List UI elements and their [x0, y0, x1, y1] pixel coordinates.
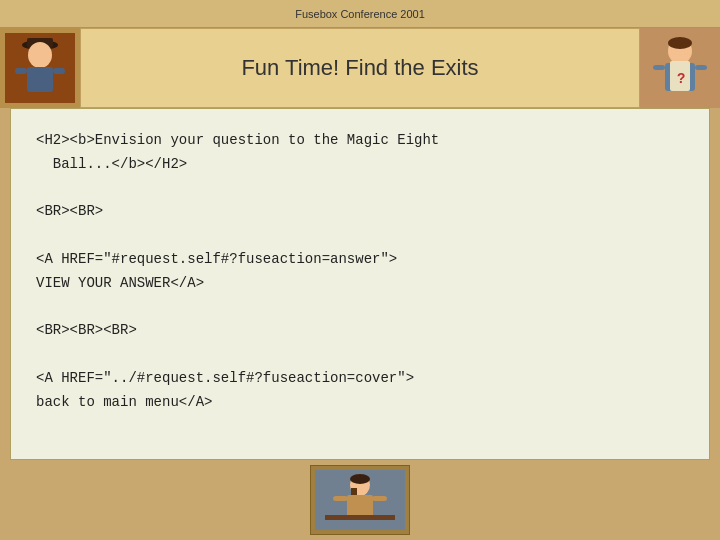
person-with-apron-icon: ?: [645, 33, 715, 103]
bottom-area: [0, 460, 720, 540]
header-banner: Fun Time! Find the Exits: [80, 28, 640, 108]
svg-text:?: ?: [677, 71, 685, 87]
code-line-4: <A HREF="#request.self#?fuseaction=answe…: [36, 248, 684, 272]
main-window: Fusebox Conference 2001 Fun Time! Find t…: [0, 0, 720, 540]
svg-rect-4: [27, 67, 53, 92]
person-sitting-icon: [315, 470, 405, 530]
top-bar-text: Fusebox Conference 2001: [295, 8, 425, 20]
svg-rect-20: [333, 496, 348, 501]
right-figure: ?: [640, 28, 720, 108]
top-bar: Fusebox Conference 2001: [0, 0, 720, 28]
svg-rect-21: [372, 496, 387, 501]
blank-line-4: [36, 343, 684, 367]
person-with-hat-icon: [5, 33, 75, 103]
main-content-area: <H2><b>Envision your question to the Mag…: [10, 108, 710, 460]
code-line-8: back to main menu</A>: [36, 391, 684, 415]
svg-rect-22: [325, 515, 395, 520]
svg-rect-14: [695, 65, 707, 70]
code-line-1: <H2><b>Envision your question to the Mag…: [36, 129, 684, 153]
code-line-7: <A HREF="../#request.self#?fuseaction=co…: [36, 367, 684, 391]
code-line-5: VIEW YOUR ANSWER</A>: [36, 272, 684, 296]
svg-rect-5: [15, 68, 27, 74]
code-line-6: <BR><BR><BR>: [36, 319, 684, 343]
svg-rect-19: [347, 495, 373, 517]
svg-rect-6: [53, 68, 65, 74]
left-figure: [0, 28, 80, 108]
svg-rect-18: [351, 488, 357, 496]
svg-rect-13: [653, 65, 665, 70]
bottom-figure: [310, 465, 410, 535]
blank-line-2: [36, 224, 684, 248]
blank-line-3: [36, 296, 684, 320]
header-title: Fun Time! Find the Exits: [241, 55, 478, 81]
code-line-3: <BR><BR>: [36, 200, 684, 224]
code-block: <H2><b>Envision your question to the Mag…: [36, 129, 684, 415]
svg-point-9: [668, 37, 692, 49]
code-line-2: Ball...</b></H2>: [36, 153, 684, 177]
blank-line-1: [36, 177, 684, 201]
svg-point-17: [350, 474, 370, 484]
svg-point-3: [28, 42, 52, 68]
